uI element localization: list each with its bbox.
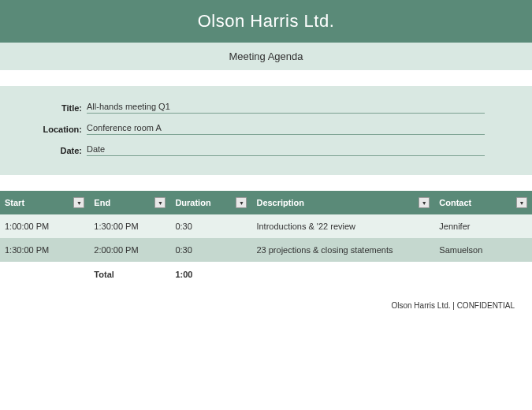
filter-dropdown-icon[interactable]: ▼ [154, 197, 166, 208]
cell-end: 1:30:00 PM [89, 214, 170, 238]
cell-duration: 0:30 [170, 214, 251, 238]
filter-dropdown-icon[interactable]: ▼ [73, 197, 84, 208]
cell-contact: Samuelson [434, 238, 532, 262]
footer-confidential: Olson Harris Ltd. | CONFIDENTIAL [0, 301, 532, 310]
cell-duration: 0:30 [170, 238, 251, 262]
filter-dropdown-icon[interactable]: ▼ [516, 197, 527, 208]
cell-start: 1:30:00 PM [0, 238, 89, 262]
footer-text: Olson Harris Ltd. | CONFIDENTIAL [391, 301, 515, 310]
meta-row-location: Location: Conference room A [0, 118, 532, 140]
filter-dropdown-icon[interactable]: ▼ [419, 197, 430, 208]
col-label-duration: Duration [175, 198, 210, 207]
location-value[interactable]: Conference room A [87, 123, 485, 135]
col-label-description: Description [256, 198, 304, 207]
col-header-start: Start ▼ [0, 191, 89, 214]
col-label-end: End [94, 198, 110, 207]
cell-end: 2:00:00 PM [89, 238, 170, 262]
agenda-table: Start ▼ End ▼ Duration ▼ Description [0, 191, 532, 287]
meta-row-title: Title: All-hands meeting Q1 [0, 97, 532, 118]
date-value[interactable]: Date [87, 144, 485, 156]
cell-start: 1:00:00 PM [0, 214, 89, 238]
page-subtitle: Meeting Agenda [229, 50, 303, 62]
location-label: Location: [0, 125, 87, 134]
col-label-start: Start [5, 198, 24, 207]
title-label: Title: [0, 103, 87, 113]
table-total-row: Total 1:00 [0, 262, 532, 287]
col-header-description: Description ▼ [251, 191, 434, 214]
cell-contact: Jennifer [434, 214, 532, 238]
meta-row-date: Date: Date [0, 140, 532, 161]
company-name: Olson Harris Ltd. [198, 11, 335, 31]
col-header-contact: Contact ▼ [434, 191, 532, 214]
cell-description: 23 projections & closing statements [251, 238, 434, 262]
table-row[interactable]: 1:30:00 PM 2:00:00 PM 0:30 23 projection… [0, 238, 532, 262]
subtitle-bar: Meeting Agenda [0, 43, 532, 70]
col-label-contact: Contact [439, 198, 471, 207]
table-row[interactable]: 1:00:00 PM 1:30:00 PM 0:30 Introductions… [0, 214, 532, 238]
total-label: Total [89, 262, 170, 287]
company-banner: Olson Harris Ltd. [0, 0, 532, 43]
cell-description: Introductions & '22 review [251, 214, 434, 238]
table-header-row: Start ▼ End ▼ Duration ▼ Description [0, 191, 532, 214]
filter-dropdown-icon[interactable]: ▼ [236, 197, 247, 208]
col-header-end: End ▼ [89, 191, 170, 214]
total-value: 1:00 [170, 262, 251, 287]
meeting-meta-block: Title: All-hands meeting Q1 Location: Co… [0, 86, 532, 175]
col-header-duration: Duration ▼ [170, 191, 251, 214]
date-label: Date: [0, 146, 87, 155]
title-value[interactable]: All-hands meeting Q1 [87, 102, 485, 114]
